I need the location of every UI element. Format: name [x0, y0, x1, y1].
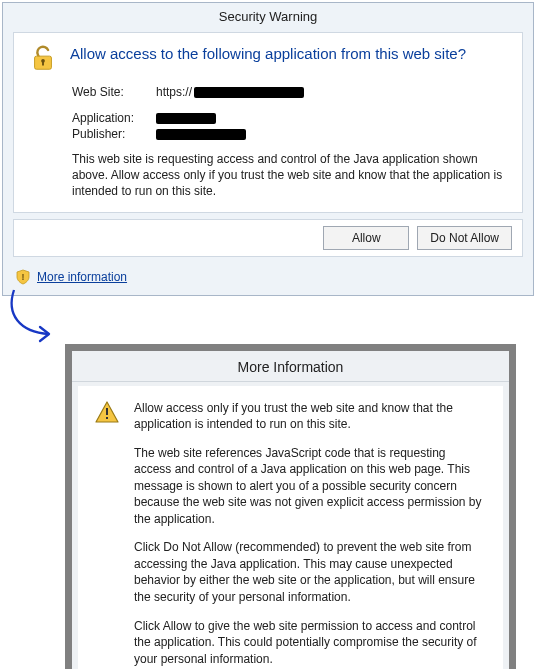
info-dialog-title: More Information	[72, 351, 509, 382]
do-not-allow-button[interactable]: Do Not Allow	[417, 226, 512, 250]
svg-text:!: !	[22, 272, 25, 282]
redacted-text	[156, 113, 216, 124]
info-paragraph-1: Allow access only if you trust the web s…	[134, 400, 483, 433]
more-info-row: ! More information	[3, 265, 533, 295]
website-prefix: https://	[156, 85, 192, 99]
fields-block: Web Site: https:// Application: Publishe…	[72, 85, 508, 141]
info-paragraph-3: Click Do Not Allow (recommended) to prev…	[134, 539, 483, 605]
info-paragraph-2: The web site references JavaScript code …	[134, 445, 483, 528]
application-value	[156, 113, 216, 124]
padlock-icon	[28, 43, 58, 73]
redacted-text	[194, 87, 304, 98]
content-panel: Allow access to the following applicatio…	[13, 32, 523, 213]
info-body: Allow access only if you trust the web s…	[78, 386, 503, 669]
publisher-label: Publisher:	[72, 127, 156, 141]
redacted-text	[156, 129, 246, 140]
allow-button[interactable]: Allow	[323, 226, 409, 250]
info-paragraph-4: Click Allow to give the web site permiss…	[134, 618, 483, 668]
website-label: Web Site:	[72, 85, 156, 99]
publisher-value	[156, 129, 246, 140]
button-bar: Allow Do Not Allow	[13, 219, 523, 257]
svg-rect-2	[42, 62, 44, 66]
warning-triangle-icon	[94, 400, 120, 426]
info-text-block: Allow access only if you trust the web s…	[134, 400, 483, 669]
dialog-question: Allow access to the following applicatio…	[70, 45, 466, 64]
application-label: Application:	[72, 111, 156, 125]
more-information-link[interactable]: More information	[37, 270, 127, 284]
shield-icon: !	[15, 269, 31, 285]
warning-body-text: This web site is requesting access and c…	[72, 151, 508, 200]
security-warning-dialog: Security Warning Allow access to the fol…	[2, 2, 534, 296]
dialog-title: Security Warning	[3, 3, 533, 28]
svg-rect-5	[106, 417, 108, 419]
annotation-arrow	[0, 304, 536, 344]
svg-rect-4	[106, 408, 108, 415]
more-information-dialog: More Information Allow access only if yo…	[65, 344, 516, 669]
website-value: https://	[156, 85, 304, 99]
